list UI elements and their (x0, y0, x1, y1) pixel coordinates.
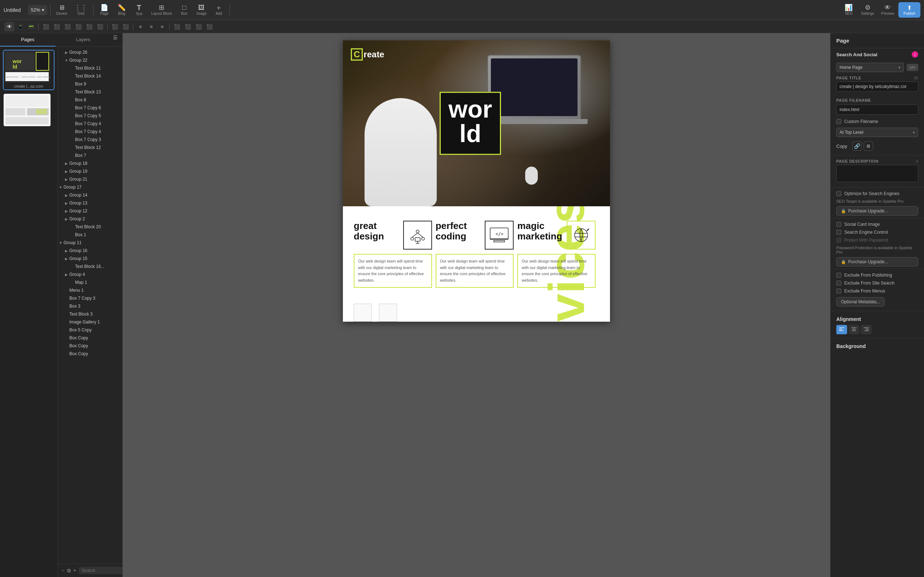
layer-box7c4b[interactable]: Box 7 Copy 4 (58, 128, 122, 135)
stack-back-button[interactable]: ⬛ (172, 22, 182, 31)
toolbar-preview[interactable]: 👁 Preview (879, 3, 897, 17)
page-filename-input[interactable]: index.html (836, 105, 918, 115)
layer-group21[interactable]: ▶ Group 21 (58, 175, 122, 183)
layer-toggle-group13[interactable]: ▶ (63, 200, 69, 206)
page-desc-input[interactable] (836, 165, 918, 182)
layer-toggle-group17[interactable]: ▼ (58, 184, 63, 190)
layer-textblock13[interactable]: Text Block 13 (58, 88, 122, 96)
layer-toggle-group12[interactable]: ▶ (63, 208, 69, 214)
layer-box8[interactable]: Box 8 (58, 96, 122, 104)
canvas-scroll[interactable]: C reate world ervices great desi (123, 33, 830, 577)
zoom-control[interactable]: 52% ▾ (28, 5, 47, 15)
layer-toggle-group14[interactable]: ▶ (63, 192, 69, 198)
optional-metadata-button[interactable]: Optional Metadata... (836, 297, 885, 306)
layer-group19[interactable]: ▶ Group 19 (58, 167, 122, 175)
stack-forward-button[interactable]: ⬛ (183, 22, 193, 31)
layer-group2[interactable]: ▶ Group 2 (58, 215, 122, 223)
link-copy-button[interactable]: 🔗 (852, 141, 861, 151)
layer-group15[interactable]: ▶ Group 15 (58, 255, 122, 263)
exclude-publishing-checkbox[interactable] (836, 272, 842, 278)
layer-box7c5[interactable]: Box 7 Copy 5 (58, 112, 122, 120)
layer-toggle-group11[interactable]: ▼ (58, 240, 63, 246)
homepage-selector[interactable]: Home Page ▾ (836, 63, 904, 72)
duplicate-layer-button[interactable]: ⧉ (67, 566, 71, 575)
layer-boxcopy3[interactable]: Box Copy (58, 350, 122, 358)
layer-imagegallery1[interactable]: Image Gallery 1 (58, 318, 122, 326)
layer-menu1[interactable]: Menu 1 (58, 286, 122, 294)
distribute-h-button[interactable]: ⬛ (110, 22, 120, 31)
toolbar-seo[interactable]: 📊 SEO (841, 3, 856, 17)
publish-button[interactable]: ⬆ Publish (898, 2, 921, 18)
search-input[interactable] (79, 567, 122, 574)
social-card-checkbox[interactable] (836, 222, 842, 227)
layer-box1[interactable]: Box 1 (58, 231, 122, 239)
page-thumb-2[interactable] (3, 93, 55, 127)
distribute-v-button[interactable]: ⬛ (121, 22, 131, 31)
custom-filename-checkbox[interactable] (836, 119, 842, 124)
layer-group4[interactable]: ▶ Group 4 (58, 271, 122, 279)
layer-group12[interactable]: ▶ Group 12 (58, 207, 122, 215)
toolbar-add[interactable]: ＋ Add (211, 3, 227, 17)
toolbar-layout-block[interactable]: ⊞ Layout Block (149, 3, 175, 17)
layer-box7[interactable]: Box 7 (58, 152, 122, 160)
protect-password-checkbox[interactable] (836, 238, 842, 243)
layer-toggle-group19[interactable]: ▶ (63, 168, 69, 174)
layer-box7c3b[interactable]: Box 7 Copy 3 (58, 294, 122, 302)
align-text-center-button[interactable]: ≡ (146, 22, 156, 31)
layer-toggle-group16[interactable]: ▶ (63, 248, 69, 253)
layer-group16[interactable]: ▶ Group 16 (58, 247, 122, 255)
stack-back2-button[interactable]: ⬛ (194, 22, 204, 31)
align-left-button[interactable]: ⬛ (41, 22, 51, 31)
toolbar-box[interactable]: □ Box (176, 3, 192, 17)
align-center-h-button[interactable]: ⬛ (52, 22, 62, 31)
layer-textblock12[interactable]: Text Block 12 (58, 143, 122, 152)
purchase-upgrade-btn-1[interactable]: 🔒 Purchase Upgrade... (836, 206, 918, 216)
layer-group22[interactable]: ▼ Group 22 (58, 56, 122, 64)
align-top-button[interactable]: ⬛ (73, 22, 83, 31)
toolbar-settings[interactable]: ⚙ Settings (858, 3, 877, 17)
layer-textblock14[interactable]: Text Block 14 (58, 72, 122, 80)
layer-textblock3[interactable]: Text Block 3 (58, 310, 122, 318)
optimize-seo-checkbox[interactable] (836, 191, 842, 196)
tab-pages[interactable]: Pages (0, 33, 56, 47)
align-center-v-button[interactable]: ⬛ (84, 22, 94, 31)
layer-textblock20[interactable]: Text Block 20 (58, 223, 122, 231)
search-engine-checkbox[interactable] (836, 230, 842, 235)
grid-copy-button[interactable]: ⊞ (864, 141, 873, 151)
layer-toggle-group15[interactable]: ▶ (63, 256, 69, 261)
layer-map1[interactable]: Map 1 (58, 279, 122, 286)
search-social-info-icon[interactable]: i (912, 51, 918, 58)
stack-front-button[interactable]: ⬛ (204, 22, 215, 31)
layer-group14[interactable]: ▶ Group 14 (58, 191, 122, 199)
layer-textblock11[interactable]: Text Block 11 (58, 64, 122, 72)
layer-toggle-group26[interactable]: ▶ (63, 49, 69, 55)
layer-textblock16[interactable]: Text Block 16... (58, 263, 122, 271)
remove-layer-button[interactable]: － (61, 566, 66, 575)
layer-group17[interactable]: ▼ Group 17 (58, 183, 122, 191)
view-layers-button[interactable]: 👁 (4, 22, 15, 31)
layer-box7c6[interactable]: Box 7 Copy 6 (58, 104, 122, 112)
toolbar-grid[interactable]: ⋮⋮ Grid (71, 3, 90, 17)
align-text-right-button[interactable]: ≡ (157, 22, 167, 31)
purchase-upgrade-btn-2[interactable]: 🔒 Purchase Upgrade... (836, 257, 918, 266)
layer-boxcopy1[interactable]: Box Copy (58, 334, 122, 342)
tab-layers[interactable]: Layers (56, 33, 111, 47)
align-right-option[interactable] (861, 325, 872, 334)
layer-toggle-group18[interactable]: ▶ (63, 161, 69, 166)
page-title-input[interactable]: create | design by selcukyilmaz.cor (836, 82, 918, 92)
code-edit-button[interactable]: </> (907, 64, 918, 71)
layers-list-icon[interactable]: ☰ (111, 33, 120, 42)
align-right-button[interactable]: ⬛ (63, 22, 73, 31)
align-text-left-button[interactable]: ≡ (135, 22, 145, 31)
align-center-option[interactable] (848, 325, 859, 334)
toolbar-device[interactable]: 🖥 Device (53, 3, 70, 17)
layer-toggle-group22[interactable]: ▼ (63, 57, 69, 63)
layer-toggle-group2[interactable]: ▶ (63, 216, 69, 222)
layer-box9[interactable]: Box 9 (58, 80, 122, 88)
exclude-menus-checkbox[interactable] (836, 288, 842, 293)
exclude-search-checkbox[interactable] (836, 280, 842, 285)
top-level-selector[interactable]: At Top Level ▾ (836, 128, 918, 137)
toolbar-page[interactable]: 📄 Page (96, 3, 112, 17)
layer-toggle-group21[interactable]: ▶ (63, 176, 69, 182)
toolbar-text[interactable]: T Text (131, 3, 147, 17)
